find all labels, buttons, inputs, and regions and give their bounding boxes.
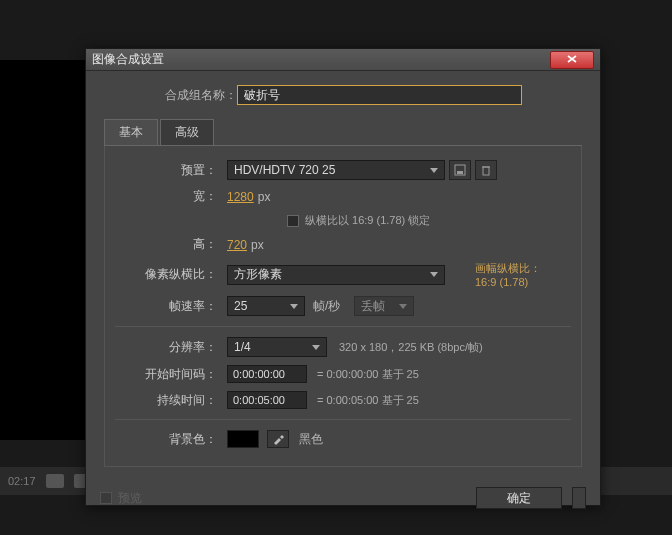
height-label: 高： [115, 236, 227, 253]
delete-preset-button[interactable] [475, 160, 497, 180]
start-timecode-input[interactable] [227, 365, 307, 383]
par-info: 画幅纵横比： 16:9 (1.78) [475, 261, 541, 288]
fps-unit: 帧/秒 [313, 298, 340, 315]
preset-label: 预置： [115, 162, 227, 179]
status-time: 02:17 [8, 475, 36, 487]
res-info: 320 x 180，225 KB (8bpc/帧) [339, 340, 483, 355]
dialog-title: 图像合成设置 [92, 51, 550, 68]
tab-bar: 基本 高级 [104, 119, 582, 146]
eyedropper-button[interactable] [267, 430, 289, 448]
svg-rect-1 [457, 171, 463, 174]
ok-button[interactable]: 确定 [476, 487, 562, 509]
preview-label: 预览 [118, 490, 142, 507]
dialog-titlebar[interactable]: 图像合成设置 [86, 49, 600, 71]
dropframe-dropdown: 丢帧 [354, 296, 414, 316]
res-label: 分辨率： [115, 339, 227, 356]
lock-aspect-checkbox[interactable] [287, 215, 299, 227]
comp-name-input[interactable] [237, 85, 522, 105]
fps-dropdown[interactable]: 25 [227, 296, 305, 316]
camera-icon[interactable] [46, 474, 64, 488]
par-label: 像素纵横比： [115, 266, 227, 283]
save-preset-button[interactable] [449, 160, 471, 180]
svg-rect-2 [483, 167, 489, 175]
separator-2 [115, 419, 571, 420]
fps-label: 帧速率： [115, 298, 227, 315]
duration-info: = 0:00:05:00 基于 25 [317, 393, 419, 408]
duration-input[interactable] [227, 391, 307, 409]
width-unit: px [258, 190, 271, 204]
start-label: 开始时间码： [115, 366, 227, 383]
width-label: 宽： [115, 188, 227, 205]
height-value[interactable]: 720 [227, 238, 247, 252]
duration-label: 持续时间： [115, 392, 227, 409]
bg-color-swatch[interactable] [227, 430, 259, 448]
lock-aspect-label: 纵横比以 16:9 (1.78) 锁定 [305, 213, 430, 228]
resolution-dropdown[interactable]: 1/4 [227, 337, 327, 357]
comp-name-label: 合成组名称： [165, 87, 237, 104]
bg-label: 背景色： [115, 431, 227, 448]
preset-dropdown[interactable]: HDV/HDTV 720 25 [227, 160, 445, 180]
tab-advanced[interactable]: 高级 [160, 119, 214, 145]
separator [115, 326, 571, 327]
close-button[interactable] [550, 51, 594, 69]
tab-basic[interactable]: 基本 [104, 119, 158, 145]
par-dropdown[interactable]: 方形像素 [227, 265, 445, 285]
width-value[interactable]: 1280 [227, 190, 254, 204]
composition-settings-dialog: 图像合成设置 合成组名称： 基本 高级 预置： HDV/HDTV 720 25 [85, 48, 601, 506]
preview-checkbox [100, 492, 112, 504]
cancel-button-partial[interactable] [572, 487, 586, 509]
height-unit: px [251, 238, 264, 252]
bg-color-name: 黑色 [299, 431, 323, 448]
start-info: = 0:00:00:00 基于 25 [317, 367, 419, 382]
